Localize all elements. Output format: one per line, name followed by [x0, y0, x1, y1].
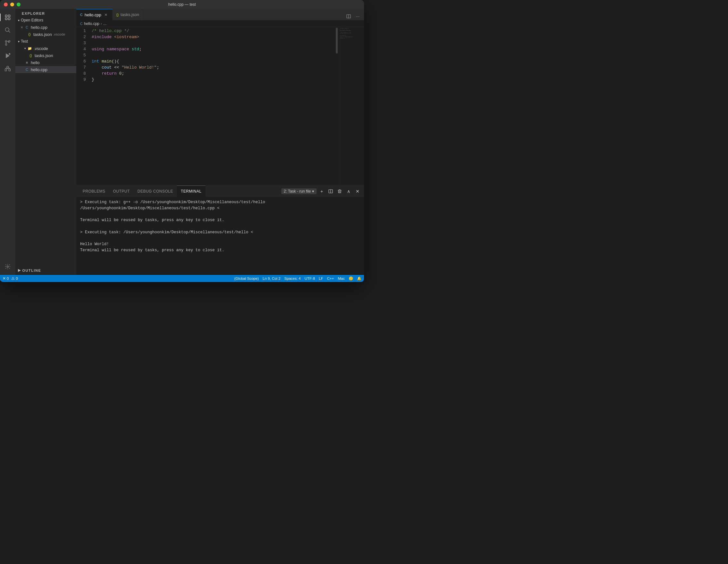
close-hello-cpp-icon[interactable]: ✕: [21, 26, 23, 29]
position-item[interactable]: Ln 9, Col 2: [263, 277, 281, 280]
scope-item[interactable]: (Global Scope): [234, 277, 259, 280]
warning-icon: ⚠: [11, 276, 15, 281]
breadcrumb-sep: ›: [101, 21, 102, 26]
line-num-5: 5: [76, 52, 86, 58]
app-body: Explorer ▾ Open Editors ✕ C hello.cpp {}…: [0, 9, 364, 275]
error-count-item[interactable]: ✕ 0: [3, 276, 9, 281]
extensions-activity-icon[interactable]: [2, 63, 13, 74]
output-tab[interactable]: OUTPUT: [109, 186, 134, 197]
hello-file-label: hello: [31, 60, 39, 65]
split-terminal-button[interactable]: [327, 187, 335, 195]
vscode-folder-arrow: ▾: [24, 47, 26, 50]
warning-count-item[interactable]: ⚠ 0: [11, 276, 18, 281]
close-panel-button[interactable]: ✕: [354, 187, 361, 195]
kill-terminal-button[interactable]: [336, 187, 343, 195]
breadcrumb-file[interactable]: hello.cpp: [84, 21, 99, 26]
spaces-item[interactable]: Spaces: 4: [284, 277, 301, 280]
hello-file-item[interactable]: ≡ hello: [15, 59, 76, 66]
line-num-4: 4: [76, 46, 86, 52]
line-num-7: 7: [76, 64, 86, 71]
maximize-button[interactable]: [17, 3, 21, 6]
explorer-header: Explorer: [15, 9, 76, 17]
open-editor-hello-cpp-label: hello.cpp: [31, 25, 47, 30]
search-activity-icon[interactable]: [2, 24, 13, 36]
tab-close-hello-cpp[interactable]: ✕: [103, 12, 108, 17]
tab-tasks-json-label: tasks.json: [120, 12, 139, 17]
terminal-line-1: > Executing task: g++ -o /Users/younghoo…: [80, 199, 360, 211]
smiley-item[interactable]: 🙂: [349, 276, 353, 281]
terminal-panel: PROBLEMS OUTPUT DEBUG CONSOLE TERMINAL 2…: [76, 185, 364, 275]
code-line-7: cout << "Hello World!";: [92, 64, 335, 71]
breadcrumb: C hello.cpp › ...: [76, 20, 364, 27]
settings-activity-icon[interactable]: [2, 261, 13, 272]
line-num-9: 9: [76, 77, 86, 83]
cpp-file-icon: C: [24, 25, 29, 30]
line-ending-label: LF: [319, 277, 323, 280]
code-line-4: using namespace std;: [92, 46, 335, 52]
terminal-line-5: > Executing task: /Users/younghoonkim/De…: [80, 229, 360, 236]
encoding-item[interactable]: UTF-8: [305, 277, 315, 280]
minimize-button[interactable]: [10, 3, 14, 6]
svg-point-6: [5, 41, 7, 42]
terminal-content[interactable]: > Executing task: g++ -o /Users/younghoo…: [76, 197, 364, 275]
source-control-activity-icon[interactable]: [2, 37, 13, 49]
outline-section: ▶ Outline: [15, 266, 76, 275]
terminal-task-dropdown[interactable]: 2: Task - run file ▾: [281, 188, 317, 194]
notification-item[interactable]: 🔔: [357, 276, 361, 281]
close-button[interactable]: [4, 3, 8, 6]
code-editor[interactable]: 1 2 3 4 5 6 7 8 9 /* hello.cpp */ #inclu…: [76, 27, 364, 185]
open-editor-tasks-json[interactable]: {} tasks.json .vscode: [15, 31, 76, 38]
svg-point-19: [7, 266, 9, 268]
test-folder-label: Test: [21, 39, 28, 44]
explorer-activity-icon[interactable]: [2, 12, 13, 23]
vscode-folder-item[interactable]: ▾ 📁 .vscode: [15, 45, 76, 52]
json-file-icon: {}: [27, 32, 32, 37]
svg-rect-13: [9, 69, 10, 71]
outline-label: Outline: [22, 269, 41, 272]
svg-point-10: [9, 53, 10, 55]
terminal-line-3: Terminal will be reused by tasks, press …: [80, 217, 360, 223]
new-terminal-button[interactable]: +: [318, 187, 326, 195]
bell-icon: 🔔: [357, 276, 361, 281]
tab-bar: C hello.cpp ✕ {} tasks.json ···: [76, 9, 364, 20]
tasks-json-item[interactable]: {} tasks.json: [15, 52, 76, 59]
code-content[interactable]: /* hello.cpp */ #include <iostream> usin…: [89, 27, 335, 185]
terminal-line-7: Hello World!: [80, 241, 360, 247]
language-item[interactable]: C++: [327, 277, 334, 280]
code-line-8: return 0;: [92, 71, 335, 77]
scrollbar[interactable]: [335, 27, 338, 185]
svg-rect-11: [5, 69, 7, 71]
os-item[interactable]: Mac: [338, 277, 345, 280]
svg-rect-1: [8, 15, 10, 17]
problems-tab[interactable]: PROBLEMS: [79, 186, 109, 197]
test-folder-section[interactable]: ▾ Test: [15, 38, 76, 45]
maximize-panel-button[interactable]: ∧: [345, 187, 352, 195]
editor-area: C hello.cpp ✕ {} tasks.json ··· C hello.…: [76, 9, 364, 275]
language-label: C++: [327, 277, 334, 280]
error-icon: ✕: [3, 276, 6, 281]
open-editor-hello-cpp[interactable]: ✕ C hello.cpp: [15, 24, 76, 31]
debug-console-tab[interactable]: DEBUG CONSOLE: [134, 186, 177, 197]
line-ending-item[interactable]: LF: [319, 277, 323, 280]
open-editors-arrow: ▾: [18, 19, 20, 22]
terminal-tab[interactable]: TERMINAL: [177, 186, 205, 197]
breadcrumb-ellipsis[interactable]: ...: [103, 21, 106, 26]
status-right: (Global Scope) Ln 9, Col 2 Spaces: 4 UTF…: [234, 276, 361, 281]
task-label: 2: Task - run file: [284, 189, 311, 194]
tab-bar-actions: ···: [345, 12, 364, 20]
error-count: 0: [7, 277, 9, 280]
split-editor-button[interactable]: [345, 12, 352, 20]
tab-hello-cpp[interactable]: C hello.cpp ✕: [76, 9, 112, 20]
line-num-2: 2: [76, 34, 86, 40]
svg-line-5: [9, 31, 10, 33]
tab-hello-cpp-label: hello.cpp: [85, 12, 101, 17]
outline-header[interactable]: ▶ Outline: [15, 267, 76, 274]
tab-tasks-json[interactable]: {} tasks.json: [112, 9, 143, 20]
svg-rect-3: [8, 18, 10, 20]
debug-activity-icon[interactable]: [2, 50, 13, 62]
outline-arrow: ▶: [18, 268, 21, 272]
hello-cpp-item[interactable]: C hello.cpp: [15, 66, 76, 73]
open-editors-section[interactable]: ▾ Open Editors: [15, 17, 76, 24]
vscode-folder-label: .vscode: [53, 32, 65, 36]
more-actions-button[interactable]: ···: [354, 12, 361, 20]
